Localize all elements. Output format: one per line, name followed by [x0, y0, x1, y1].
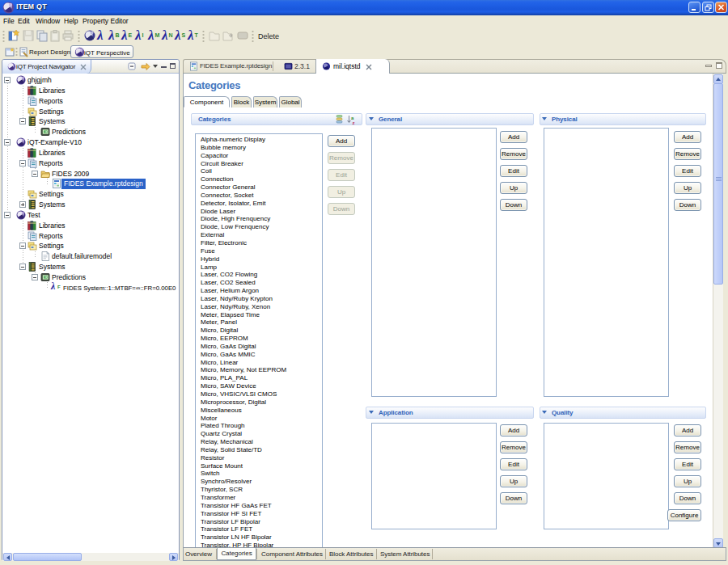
svg-text:z: z — [353, 120, 355, 125]
